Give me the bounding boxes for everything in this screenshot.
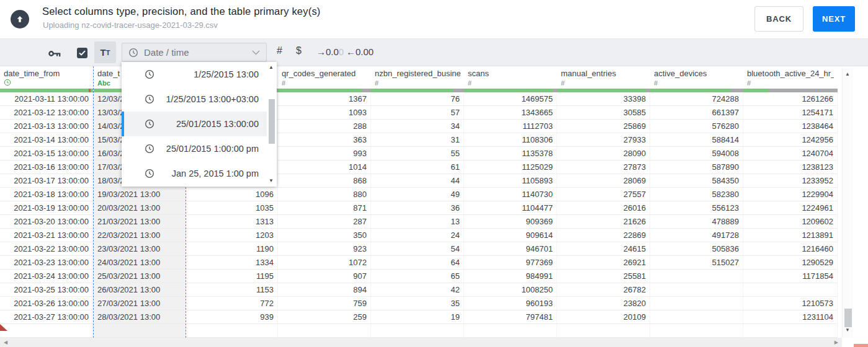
table-cell: 1105893 <box>464 174 557 188</box>
table-cell: 2021-03-15 13:00:00 <box>0 147 93 160</box>
vertical-scrollbar-thumb[interactable] <box>844 309 852 327</box>
next-button[interactable]: NEXT <box>813 6 855 32</box>
back-button[interactable]: BACK <box>754 6 803 32</box>
scroll-up-icon[interactable]: ▲ <box>845 72 850 77</box>
table-cell: 27873 <box>557 160 650 174</box>
dropdown-scrollbar[interactable]: ▲ ▼ <box>267 62 277 187</box>
page-title: Select columns type, precision, and the … <box>42 6 321 17</box>
table-cell: 2021-03-11 13:00:00 <box>0 92 93 106</box>
table-cell-empty <box>94 324 186 338</box>
table-cell: 30585 <box>557 106 650 120</box>
dropdown-option[interactable]: 25/01/2015 13:00:00 <box>122 112 267 136</box>
scroll-right-icon[interactable]: ▶ <box>834 340 838 345</box>
column-header[interactable]: active_devices# <box>650 66 743 89</box>
column-header[interactable]: date_time_from <box>0 66 93 89</box>
column-title: date_time_from <box>4 69 89 78</box>
boolean-type-checkbox[interactable] <box>77 48 87 58</box>
table-cell: 1153 <box>186 283 278 297</box>
increase-precision-button[interactable]: →0.00 <box>316 46 344 57</box>
table-cell-empty <box>557 324 650 338</box>
integer-type-button[interactable]: # <box>277 45 282 56</box>
scroll-down-icon[interactable]: ▼ <box>269 178 274 183</box>
column-header[interactable]: manual_entries# <box>557 66 650 89</box>
dropdown-option[interactable]: 1/25/2015 13:00 <box>122 62 267 87</box>
table-cell: 1104477 <box>464 201 557 215</box>
table-cell: 2021-03-13 13:00:00 <box>0 120 93 133</box>
currency-type-button[interactable]: $ <box>296 45 302 56</box>
table-cell: 24/03/2021 13:00 <box>94 256 186 270</box>
table-cell: 49 <box>371 188 464 201</box>
table-cell: 1035 <box>186 201 278 215</box>
table-cell: 1224961 <box>743 201 838 215</box>
column-type-select[interactable]: Date / time <box>122 43 267 62</box>
table-cell: 960193 <box>464 297 557 310</box>
table-cell: 57 <box>371 106 464 120</box>
table-cell: 1313 <box>186 215 278 229</box>
table-cell: 54 <box>371 242 464 256</box>
clock-icon <box>145 69 154 79</box>
scroll-corner-indicator <box>854 344 868 347</box>
table-cell: 20/03/2021 13:00 <box>94 201 186 215</box>
table-cell: 76 <box>371 92 464 106</box>
table-cell: 2021-03-22 13:00:00 <box>0 242 93 256</box>
scroll-left-icon[interactable]: ◀ <box>4 340 7 345</box>
table-cell: 2021-03-25 13:00:00 <box>0 283 93 297</box>
number-type-icon: # <box>375 79 460 88</box>
table-cell: 556123 <box>650 201 743 215</box>
dropdown-scrollbar-thumb[interactable] <box>269 99 275 144</box>
table-vertical-scrollbar[interactable]: ▲ ▼ <box>842 68 853 338</box>
column-title: active_devices <box>654 69 740 78</box>
table-cell: 27/03/2021 13:00 <box>94 297 186 310</box>
table-cell: 871 <box>278 201 371 215</box>
table-cell: 1171854 <box>743 270 838 283</box>
table-cell: 36 <box>371 201 464 215</box>
table-cell: 1096 <box>186 188 278 201</box>
column-title: scans <box>468 69 553 78</box>
table-cell: 23820 <box>557 297 650 310</box>
primary-key-icon[interactable] <box>48 49 61 60</box>
table-cell: 26782 <box>557 283 650 297</box>
text-type-button[interactable]: TT <box>94 42 116 63</box>
table-cell: 23/03/2021 13:00 <box>94 242 186 256</box>
dropdown-option[interactable]: 1/25/2015 13:00+03:00 <box>122 87 267 112</box>
column-title: manual_entries <box>561 69 647 78</box>
table-cell <box>743 283 838 297</box>
clock-icon <box>145 144 154 154</box>
column-header[interactable]: bluetooth_active_24_hr_# <box>743 66 838 89</box>
table-cell: 1072 <box>278 256 371 270</box>
scroll-down-icon[interactable]: ▼ <box>845 328 850 333</box>
column-title: bluetooth_active_24_hr_ <box>747 69 834 78</box>
table-cell: 909614 <box>464 229 557 242</box>
datetime-type-icon <box>4 79 89 88</box>
table-cell: 363 <box>278 133 371 147</box>
table-cell: 759 <box>278 297 371 310</box>
table-cell: 28069 <box>557 174 650 188</box>
column-header[interactable]: nzbn_registered_busine# <box>371 66 464 89</box>
decrease-precision-button[interactable]: ←0.00 <box>346 46 374 57</box>
table-horizontal-scrollbar[interactable]: ◀ ▶ <box>0 338 842 347</box>
table-cell: 19 <box>371 310 464 324</box>
table-cell-empty <box>650 324 743 338</box>
dropdown-option[interactable]: 25/01/2015 1:00:00 pm <box>122 136 267 161</box>
table-cell: 13 <box>371 215 464 229</box>
dropdown-option-label: 25/01/2015 1:00:00 pm <box>154 144 259 154</box>
scroll-up-icon[interactable]: ▲ <box>269 65 274 70</box>
dropdown-option[interactable]: Jan 25, 2015 1:00 pm <box>122 161 267 186</box>
table-cell: 350 <box>278 229 371 242</box>
table-cell: 2021-03-21 13:00:00 <box>0 229 93 242</box>
dropdown-options-list: 1/25/2015 13:001/25/2015 13:00+03:0025/0… <box>122 62 267 187</box>
column-header[interactable]: qr_codes_generated# <box>278 66 371 89</box>
column-scans: scans#1469575134366511127031108306113537… <box>464 66 557 338</box>
table-cell: 478889 <box>650 215 743 229</box>
table-cell: 2021-03-14 13:00:00 <box>0 133 93 147</box>
column-header[interactable]: scans# <box>464 66 557 89</box>
table-cell: 1108306 <box>464 133 557 147</box>
table-cell-empty <box>278 324 371 338</box>
number-type-icon: # <box>468 79 553 88</box>
table-cell: 288 <box>278 120 371 133</box>
table-cell: 2021-03-19 13:00:00 <box>0 201 93 215</box>
table-cell: 64 <box>371 256 464 270</box>
table-cell: 1238123 <box>743 160 838 174</box>
table-cell: 21/03/2021 13:00 <box>94 215 186 229</box>
table-cell: 2021-03-20 13:00:00 <box>0 215 93 229</box>
